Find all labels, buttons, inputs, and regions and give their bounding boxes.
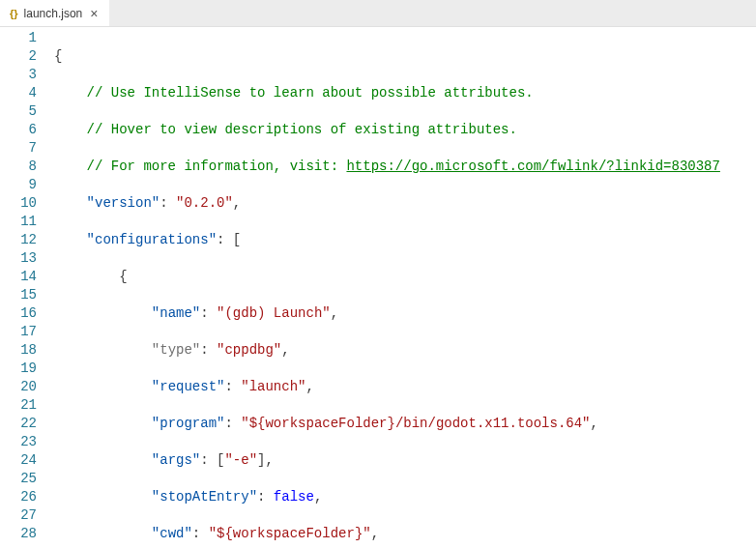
line-number: 23 (0, 433, 37, 451)
json-bool: false (274, 489, 314, 505)
line-number: 1 (0, 29, 37, 47)
line-number: 27 (0, 506, 37, 525)
json-string: "launch" (241, 379, 305, 394)
line-number-gutter: 1 2 3 4 5 6 7 8 9 10 11 12 13 14 15 16 1… (0, 27, 54, 548)
line-number: 11 (0, 213, 37, 231)
line-number: 24 (0, 451, 37, 470)
close-icon[interactable]: × (88, 7, 100, 20)
json-key: "configurations" (87, 232, 217, 247)
comment: // Use IntelliSense to learn about possi… (87, 85, 534, 101)
json-key: "request" (152, 379, 225, 394)
json-key: "program" (152, 416, 225, 431)
json-string: "0.2.0" (176, 195, 233, 211)
line-number: 19 (0, 360, 37, 378)
line-number: 26 (0, 488, 37, 506)
line-number: 21 (0, 396, 37, 415)
json-string: "${workspaceFolder}" (209, 526, 371, 541)
line-number: 16 (0, 304, 37, 323)
brace-open: { (54, 48, 62, 64)
comment: // For more information, visit: (87, 159, 347, 174)
editor-area[interactable]: 1 2 3 4 5 6 7 8 9 10 11 12 13 14 15 16 1… (0, 27, 756, 548)
line-number: 7 (0, 139, 37, 158)
doc-link[interactable]: https://go.microsoft.com/fwlink/?linkid=… (346, 159, 719, 174)
json-string: "-e" (224, 452, 257, 468)
line-number: 28 (0, 525, 37, 543)
line-number: 4 (0, 84, 37, 102)
json-file-icon: {} (10, 8, 18, 19)
line-number: 9 (0, 176, 37, 194)
line-number: 12 (0, 231, 37, 249)
line-number: 10 (0, 194, 37, 213)
line-number: 5 (0, 102, 37, 121)
line-number: 17 (0, 323, 37, 341)
json-key: "name" (152, 305, 200, 321)
json-string: "${workspaceFolder}/bin/godot.x11.tools.… (241, 416, 590, 431)
json-string: "cppdbg" (217, 342, 281, 358)
json-key: "cwd" (152, 526, 192, 541)
line-number: 6 (0, 121, 37, 139)
line-number: 20 (0, 378, 37, 396)
tab-launch-json[interactable]: {} launch.json × (0, 0, 109, 26)
line-number: 22 (0, 415, 37, 433)
json-key: "args" (152, 452, 200, 468)
line-number: 13 (0, 249, 37, 268)
json-string: "(gdb) Launch" (217, 305, 331, 321)
json-key: "type" (152, 342, 200, 358)
line-number: 25 (0, 470, 37, 488)
tab-bar: {} launch.json × (0, 0, 756, 27)
json-key: "stopAtEntry" (152, 489, 257, 505)
code-content[interactable]: { // Use IntelliSense to learn about pos… (54, 27, 720, 548)
comment: // Hover to view descriptions of existin… (87, 122, 517, 137)
line-number: 2 (0, 47, 37, 66)
line-number: 3 (0, 66, 37, 84)
line-number: 15 (0, 286, 37, 304)
tab-title: launch.json (24, 7, 83, 20)
json-key: "version" (87, 195, 160, 211)
line-number: 8 (0, 158, 37, 176)
line-number: 18 (0, 341, 37, 360)
line-number: 14 (0, 268, 37, 286)
